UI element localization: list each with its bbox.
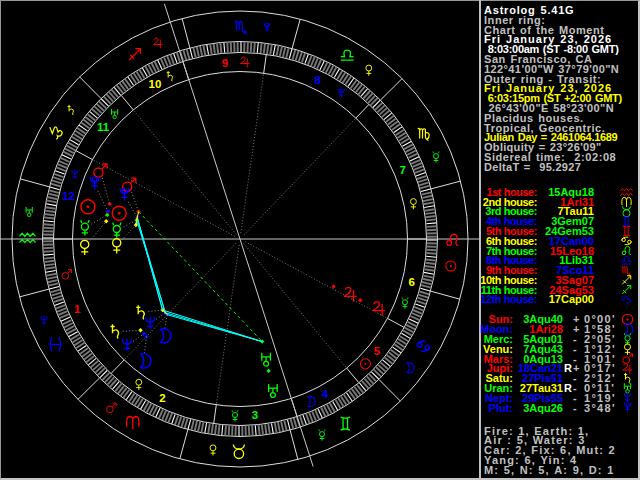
svg-text:8: 8 [314, 74, 321, 86]
svg-text:1: 1 [74, 303, 81, 315]
svg-text:5: 5 [374, 345, 381, 357]
svg-text:10: 10 [149, 78, 162, 90]
svg-text:12: 12 [62, 190, 75, 202]
svg-text:4: 4 [322, 388, 329, 400]
svg-text:7: 7 [400, 164, 406, 176]
svg-text:11: 11 [97, 121, 110, 133]
svg-text:3: 3 [252, 409, 258, 421]
svg-text:6: 6 [408, 276, 414, 288]
svg-text:2: 2 [159, 392, 165, 404]
svg-text:9: 9 [222, 57, 228, 69]
